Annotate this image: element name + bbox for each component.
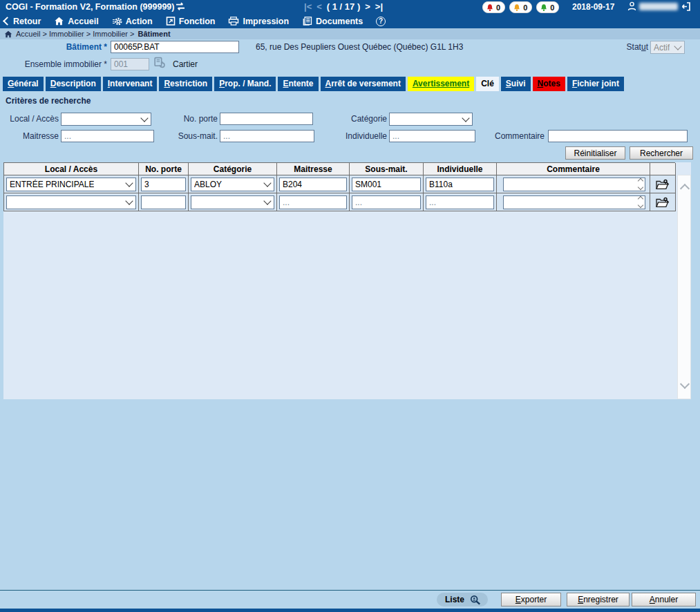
col-header-sous-mait[interactable]: Sous-mait. bbox=[350, 163, 424, 175]
alert-yellow-badge[interactable]: 0 bbox=[509, 1, 532, 13]
row1-individuelle-input[interactable] bbox=[426, 178, 494, 191]
criteria-local-acces-select[interactable] bbox=[61, 113, 151, 126]
row1-commentaire-input[interactable] bbox=[503, 178, 645, 191]
alert-yellow-count: 0 bbox=[523, 3, 527, 12]
ensemble-label: Ensemble immobilier * bbox=[0, 59, 107, 69]
tab-prop-mand[interactable]: Prop. / Mand. bbox=[214, 77, 276, 91]
table-row bbox=[4, 193, 139, 211]
batiment-input[interactable] bbox=[111, 41, 239, 53]
ensemble-name: Cartier bbox=[173, 59, 198, 69]
tab-restriction[interactable]: Restriction bbox=[159, 77, 212, 91]
col-header-local-acces[interactable]: Local / Accès bbox=[4, 163, 139, 175]
alert-red-badge[interactable]: 0 bbox=[482, 1, 505, 13]
menu-documents[interactable]: Documents bbox=[302, 17, 363, 26]
row2-local-acces-select[interactable] bbox=[6, 195, 136, 209]
row2-sous-mait-input[interactable] bbox=[352, 195, 421, 209]
home-icon bbox=[54, 17, 64, 26]
refresh-icon[interactable] bbox=[175, 1, 186, 14]
reset-button[interactable]: Réinitialiser bbox=[565, 146, 625, 160]
col-header-maitresse[interactable]: Maitresse bbox=[277, 163, 350, 175]
row1-local-acces-select[interactable]: ENTRÉE PRINCIPALE bbox=[6, 178, 136, 191]
statut-select[interactable]: Actif bbox=[650, 41, 685, 54]
breadcrumb: Accueil > Immobilier > Immobilier > Bâti… bbox=[0, 28, 700, 39]
tab-restriction-label: Restriction bbox=[164, 79, 207, 88]
row2-categorie-select[interactable] bbox=[191, 195, 274, 209]
row1-key-detail-button[interactable] bbox=[650, 175, 676, 193]
criteria-commentaire-input[interactable] bbox=[548, 130, 688, 142]
menu-accueil[interactable]: Accueil bbox=[54, 17, 98, 26]
spinner-icon[interactable] bbox=[638, 179, 643, 189]
col-header-actions bbox=[650, 163, 676, 175]
alert-green-badge[interactable]: 0 bbox=[536, 1, 559, 13]
row2-no-porte-input[interactable] bbox=[141, 195, 186, 209]
next-record-icon[interactable]: > bbox=[365, 1, 370, 12]
breadcrumb-path[interactable]: Accueil > Immobilier > Immobilier > bbox=[16, 30, 134, 38]
lookup-icon[interactable] bbox=[153, 57, 165, 70]
criteria-commentaire-label: Commentaire bbox=[475, 131, 545, 141]
criteria-no-porte-input[interactable] bbox=[220, 113, 313, 125]
row1-categorie-select[interactable]: ABLOY bbox=[191, 178, 274, 191]
search-button[interactable]: Rechercher bbox=[630, 146, 693, 160]
col-header-individuelle[interactable]: Individuelle bbox=[424, 163, 497, 175]
cancel-button[interactable]: Annuler bbox=[632, 593, 696, 606]
app-title: COGI - Formation V2, Formation (999999) bbox=[6, 2, 175, 12]
tab-entente[interactable]: Entente bbox=[278, 77, 318, 91]
tab-avertissement[interactable]: Avertissement bbox=[408, 77, 474, 91]
row1-sous-mait-input[interactable] bbox=[352, 178, 421, 191]
row1-no-porte-input[interactable] bbox=[141, 178, 186, 191]
criteria-categorie-select[interactable] bbox=[389, 113, 473, 126]
tab-description[interactable]: Description bbox=[46, 77, 101, 91]
tab-prop-mand-label: Prop. / Mand. bbox=[219, 79, 271, 88]
menu-help[interactable]: ? bbox=[376, 17, 386, 26]
menu-action[interactable]: Action bbox=[112, 17, 153, 26]
menu-retour[interactable]: Retour bbox=[4, 17, 41, 26]
tab-cle[interactable]: Clé bbox=[476, 77, 499, 91]
criteria-sous-mait-input[interactable] bbox=[220, 130, 314, 142]
title-bar: COGI - Formation V2, Formation (999999) … bbox=[0, 0, 700, 14]
liste-button[interactable]: Liste bbox=[437, 593, 488, 606]
criteria-individuelle-input[interactable] bbox=[389, 130, 475, 142]
criteria-no-porte-label: No. porte bbox=[149, 114, 218, 124]
batiment-address: 65, rue Des Peupliers Ouest Québec (Québ… bbox=[256, 42, 463, 52]
logout-icon[interactable] bbox=[681, 2, 690, 13]
keys-table: Local / Accès No. porte Catégorie Maitre… bbox=[3, 162, 675, 211]
tab-cle-label: Clé bbox=[481, 79, 494, 88]
tab-suivi[interactable]: Suivi bbox=[501, 77, 531, 91]
tab-fichier-joint[interactable]: Fichier joint bbox=[567, 77, 624, 91]
tab-intervenant[interactable]: Intervenant bbox=[103, 77, 158, 91]
alert-red-count: 0 bbox=[496, 3, 500, 12]
record-navigation: |< < ( 1 / 17 ) > >| bbox=[304, 1, 383, 12]
scroll-down-icon[interactable] bbox=[680, 379, 690, 389]
first-record-icon[interactable]: |< bbox=[304, 1, 312, 12]
col-header-categorie[interactable]: Catégorie bbox=[189, 163, 277, 175]
row2-maitresse-input[interactable] bbox=[279, 195, 347, 209]
tab-arret-versement[interactable]: Arrêt de versement bbox=[321, 77, 406, 91]
previous-record-icon[interactable]: < bbox=[316, 1, 322, 12]
row2-key-detail-button[interactable] bbox=[650, 193, 676, 211]
col-header-no-porte[interactable]: No. porte bbox=[139, 163, 189, 175]
menu-fonction[interactable]: Fonction bbox=[166, 17, 216, 26]
tab-general-label: Général bbox=[8, 79, 39, 88]
chevron-down-icon bbox=[263, 197, 271, 204]
vertical-scrollbar[interactable] bbox=[677, 175, 691, 399]
spinner-icon[interactable] bbox=[638, 197, 643, 207]
results-panel: Local / Accès No. porte Catégorie Maitre… bbox=[3, 162, 691, 399]
col-header-commentaire[interactable]: Commentaire bbox=[497, 163, 650, 175]
row2-individuelle-input[interactable] bbox=[426, 195, 494, 209]
tab-general[interactable]: Général bbox=[3, 77, 44, 91]
record-position: ( 1 / 17 ) bbox=[327, 1, 360, 12]
bell-red-icon bbox=[486, 3, 494, 12]
row2-commentaire-input[interactable] bbox=[503, 195, 645, 209]
scroll-up-icon[interactable] bbox=[680, 184, 690, 193]
row1-maitresse-input[interactable] bbox=[279, 178, 347, 191]
chevron-down-icon bbox=[140, 114, 148, 122]
export-button[interactable]: Exporter bbox=[501, 593, 561, 606]
save-button[interactable]: Enregistrer bbox=[567, 593, 630, 606]
user-menu[interactable] bbox=[627, 1, 678, 11]
last-record-icon[interactable]: >| bbox=[375, 1, 383, 12]
menu-impression[interactable]: Impression bbox=[228, 17, 289, 26]
liste-label: Liste bbox=[445, 595, 464, 604]
tab-notes[interactable]: Notes bbox=[533, 77, 565, 91]
row1-categorie-value: ABLOY bbox=[194, 180, 222, 189]
criteria-maitresse-input[interactable] bbox=[61, 130, 154, 142]
